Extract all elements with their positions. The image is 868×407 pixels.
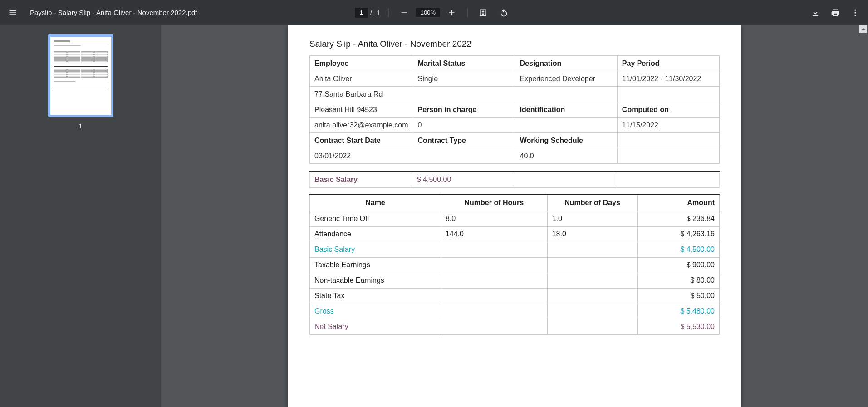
table-row: anita.oliver32@example.com 0 11/15/2022 [310, 118, 720, 133]
line-hours [441, 257, 547, 273]
label-identification: Identification [515, 102, 617, 118]
toolbar-divider [388, 8, 389, 17]
page-separator: / [370, 9, 372, 16]
value-marital: Single [413, 71, 515, 87]
line-hours: 144.0 [441, 226, 547, 242]
line-hours [441, 288, 547, 304]
label-payperiod: Pay Period [617, 56, 719, 71]
print-icon [831, 8, 840, 17]
fit-page-icon [479, 8, 488, 17]
document-viewport[interactable]: Salary Slip - Anita Oliver - November 20… [161, 25, 868, 407]
more-vert-icon [851, 8, 860, 17]
line-name: Taxable Earnings [310, 257, 441, 273]
rotate-button[interactable] [495, 4, 513, 22]
line-name: Gross [310, 304, 441, 319]
line-name: Attendance [310, 226, 441, 242]
col-days: Number of Days [547, 195, 638, 211]
zoom-in-button[interactable] [443, 4, 461, 22]
value-addr2: Pleasant Hill 94523 [310, 102, 413, 118]
plus-icon [447, 8, 456, 17]
label-marital: Marital Status [413, 56, 515, 71]
line-amount: $ 4,500.00 [638, 242, 720, 257]
label-contract-start: Contract Start Date [310, 133, 413, 148]
line-hours: 8.0 [441, 211, 547, 226]
line-hours [441, 319, 547, 334]
thumbnail-page-number: 1 [79, 123, 83, 130]
table-row: Gross$ 5,480.00 [310, 304, 720, 319]
value-contract-type [413, 148, 515, 164]
zoom-level[interactable]: 100% [416, 8, 440, 17]
line-days [547, 319, 638, 334]
line-amount: $ 80.00 [638, 273, 720, 288]
toolbar-center: / 1 100% [355, 4, 513, 22]
basic-salary-table: Basic Salary $ 4,500.00 [309, 171, 720, 188]
line-amount: $ 5,530.00 [638, 319, 720, 334]
page-number-input[interactable] [355, 8, 368, 18]
value-email: anita.oliver32@example.com [310, 118, 413, 133]
label-person-in-charge: Person in charge [413, 102, 515, 118]
value-computed-on: 11/15/2022 [617, 118, 719, 133]
minus-icon [400, 8, 409, 17]
line-days [547, 304, 638, 319]
label-contract-type: Contract Type [413, 133, 515, 148]
lines-table: Name Number of Hours Number of Days Amou… [309, 194, 720, 335]
more-button[interactable] [846, 4, 864, 22]
thumbnail-preview [54, 40, 108, 111]
col-name: Name [310, 195, 441, 211]
line-name: Net Salary [310, 319, 441, 334]
main-area: 1 Salary Slip - Anita Oliver - November … [0, 25, 868, 407]
zoom-out-button[interactable] [395, 4, 413, 22]
value-employee-name: Anita Oliver [310, 71, 413, 87]
thumbnail-page-1[interactable] [48, 34, 113, 117]
table-row: Generic Time Off8.01.0$ 236.84 [310, 211, 720, 226]
svg-point-1 [854, 9, 856, 10]
caret-up-icon [861, 27, 866, 32]
hamburger-icon [8, 8, 17, 17]
line-amount: $ 5,480.00 [638, 304, 720, 319]
pdf-page: Salary Slip - Anita Oliver - November 20… [288, 25, 741, 407]
total-pages: 1 [377, 9, 380, 16]
value-designation: Experienced Developer [515, 71, 617, 87]
download-icon [811, 8, 820, 17]
table-row: Non-taxable Earnings$ 80.00 [310, 273, 720, 288]
line-hours [441, 242, 547, 257]
line-name: Generic Time Off [310, 211, 441, 226]
table-row: Attendance144.018.0$ 4,263.16 [310, 226, 720, 242]
svg-point-3 [854, 15, 856, 16]
line-name: Basic Salary [310, 242, 441, 257]
line-days [547, 257, 638, 273]
col-amount: Amount [638, 195, 720, 211]
toolbar-right [806, 4, 864, 22]
table-header-row: Name Number of Hours Number of Days Amou… [310, 195, 720, 211]
line-hours [441, 273, 547, 288]
line-hours [441, 304, 547, 319]
scroll-up-button[interactable] [859, 25, 867, 33]
label-employee: Employee [310, 56, 413, 71]
value-contract-start: 03/01/2022 [310, 148, 413, 164]
slip-title: Salary Slip - Anita Oliver - November 20… [309, 39, 720, 49]
value-working-schedule: 40.0 [515, 148, 617, 164]
line-days [547, 288, 638, 304]
label-basic-salary: Basic Salary [310, 172, 412, 188]
menu-button[interactable] [4, 4, 22, 22]
line-days [547, 242, 638, 257]
value-identification [515, 118, 617, 133]
table-row: Anita Oliver Single Experienced Develope… [310, 71, 720, 87]
line-days: 1.0 [547, 211, 638, 226]
document-title: Payslip - Salary Slip - Anita Oliver - N… [30, 9, 197, 16]
col-hours: Number of Hours [441, 195, 547, 211]
table-row: Pleasant Hill 94523 Person in charge Ide… [310, 102, 720, 118]
pdf-toolbar: Payslip - Salary Slip - Anita Oliver - N… [0, 0, 868, 25]
value-basic-salary: $ 4,500.00 [412, 172, 515, 188]
line-name: Non-taxable Earnings [310, 273, 441, 288]
value-payperiod: 11/01/2022 - 11/30/2022 [617, 71, 719, 87]
print-button[interactable] [826, 4, 844, 22]
employee-info-table: Employee Marital Status Designation Pay … [309, 55, 720, 164]
table-row: Basic Salary $ 4,500.00 [310, 172, 720, 188]
line-amount: $ 900.00 [638, 257, 720, 273]
table-row: Employee Marital Status Designation Pay … [310, 56, 720, 71]
fit-page-button[interactable] [474, 4, 492, 22]
table-row: State Tax$ 50.00 [310, 288, 720, 304]
download-button[interactable] [806, 4, 824, 22]
label-working-schedule: Working Schedule [515, 133, 617, 148]
